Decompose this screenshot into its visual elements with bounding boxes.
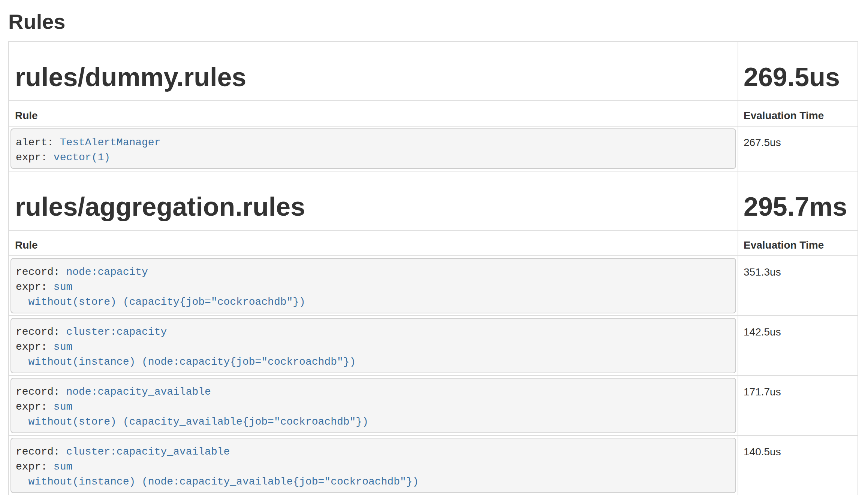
rule-row: record: cluster:capacity expr: sum witho… bbox=[9, 316, 858, 376]
rule-expression-link[interactable]: without(instance) (node:capacity{job="co… bbox=[16, 356, 356, 368]
rule-field-key: record: bbox=[16, 446, 66, 458]
rule-expression-link[interactable]: node:capacity_available bbox=[66, 386, 211, 398]
rule-row: record: node:capacity expr: sum without(… bbox=[9, 256, 858, 316]
rule-eval-time: 140.5us bbox=[738, 435, 858, 495]
rule-group-eval-time-cell: 269.5us bbox=[738, 42, 858, 101]
rule-eval-time: 142.5us bbox=[738, 316, 858, 376]
rule-group-header-row: rules/aggregation.rules 295.7ms bbox=[9, 171, 858, 230]
evaluation-time-column-header: Evaluation Time bbox=[738, 101, 858, 126]
rule-field-key: record: bbox=[16, 386, 66, 398]
rule-cell: record: cluster:capacity expr: sum witho… bbox=[9, 316, 738, 376]
rule-field-key: record: bbox=[16, 266, 66, 278]
rule-definition: record: cluster:capacity expr: sum witho… bbox=[10, 318, 736, 373]
rule-expression-link[interactable]: without(store) (capacity{job="cockroachd… bbox=[16, 296, 305, 308]
rule-expression-link[interactable]: sum bbox=[54, 341, 72, 353]
rule-expression-link[interactable]: without(instance) (node:capacity_availab… bbox=[16, 476, 419, 488]
rule-expression-link[interactable]: node:capacity bbox=[66, 266, 148, 278]
rule-expression-link[interactable]: TestAlertManager bbox=[60, 137, 161, 148]
rule-expression-link[interactable]: sum bbox=[54, 461, 72, 473]
rule-expression-link[interactable]: cluster:capacity_available bbox=[66, 446, 230, 458]
rules-table-body: rules/dummy.rules 269.5us Rule Evaluatio… bbox=[9, 42, 858, 495]
rule-definition: record: cluster:capacity_available expr:… bbox=[10, 438, 736, 493]
rule-definition: record: node:capacity expr: sum without(… bbox=[10, 258, 736, 313]
rule-expression-link[interactable]: vector(1) bbox=[54, 152, 110, 163]
rule-field-key: expr: bbox=[16, 281, 54, 293]
evaluation-time-column-header: Evaluation Time bbox=[738, 230, 858, 256]
rule-column-header: Rule bbox=[9, 230, 738, 256]
rule-group-eval-time-cell: 295.7ms bbox=[738, 171, 858, 230]
rule-cell: record: node:capacity expr: sum without(… bbox=[9, 256, 738, 316]
rule-definition: alert: TestAlertManager expr: vector(1) bbox=[10, 128, 736, 169]
rule-group-eval-time: 295.7ms bbox=[744, 192, 852, 222]
rule-row: record: cluster:capacity_available expr:… bbox=[9, 435, 858, 495]
page-title: Rules bbox=[8, 10, 868, 34]
rule-definition: record: node:capacity_available expr: su… bbox=[10, 378, 736, 433]
rule-field-key: expr: bbox=[16, 152, 54, 163]
column-header-row: Rule Evaluation Time bbox=[9, 101, 858, 126]
rule-eval-time: 267.5us bbox=[738, 126, 858, 171]
rule-group-name: rules/dummy.rules bbox=[15, 62, 732, 92]
rule-group-name-cell: rules/dummy.rules bbox=[9, 42, 738, 101]
rule-field-key: expr: bbox=[16, 401, 54, 413]
rule-field-key: expr: bbox=[16, 341, 54, 353]
rule-field-key: expr: bbox=[16, 461, 54, 473]
rule-eval-time: 171.7us bbox=[738, 376, 858, 435]
rule-field-key: alert: bbox=[16, 137, 60, 148]
rule-row: record: node:capacity_available expr: su… bbox=[9, 376, 858, 435]
rule-cell: record: node:capacity_available expr: su… bbox=[9, 376, 738, 435]
rule-group-name-cell: rules/aggregation.rules bbox=[9, 171, 738, 230]
rule-field-key: record: bbox=[16, 326, 66, 338]
rule-expression-link[interactable]: cluster:capacity bbox=[66, 326, 167, 338]
rule-group-header-row: rules/dummy.rules 269.5us bbox=[9, 42, 858, 101]
rule-column-header: Rule bbox=[9, 101, 738, 126]
rules-table: rules/dummy.rules 269.5us Rule Evaluatio… bbox=[8, 41, 858, 495]
rule-expression-link[interactable]: sum bbox=[54, 401, 72, 413]
rule-group-name: rules/aggregation.rules bbox=[15, 192, 732, 222]
rule-expression-link[interactable]: without(store) (capacity_available{job="… bbox=[16, 416, 368, 428]
rule-group-eval-time: 269.5us bbox=[744, 62, 852, 92]
rule-cell: record: cluster:capacity_available expr:… bbox=[9, 435, 738, 495]
column-header-row: Rule Evaluation Time bbox=[9, 230, 858, 256]
rule-expression-link[interactable]: sum bbox=[54, 281, 72, 293]
rule-row: alert: TestAlertManager expr: vector(1) … bbox=[9, 126, 858, 171]
rule-cell: alert: TestAlertManager expr: vector(1) bbox=[9, 126, 738, 171]
rule-eval-time: 351.3us bbox=[738, 256, 858, 316]
